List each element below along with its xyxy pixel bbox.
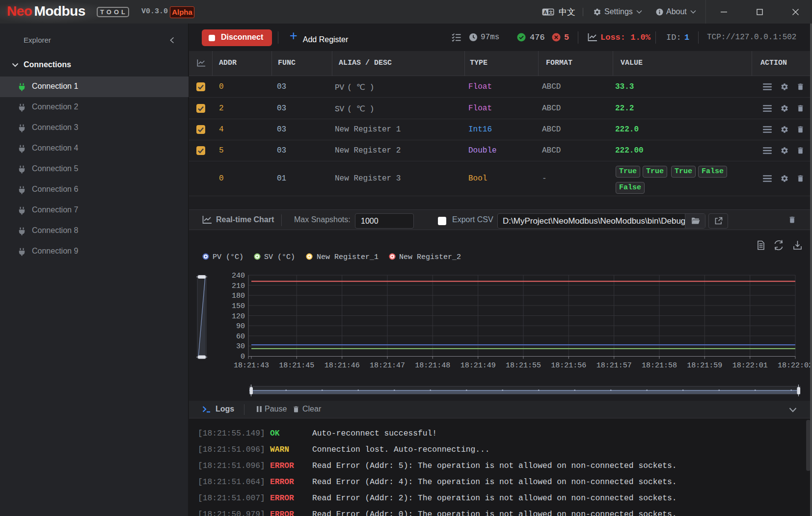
svg-text:18:21:45: 18:21:45	[279, 361, 314, 370]
svg-text:A: A	[543, 9, 547, 15]
svg-text:18:21:43: 18:21:43	[234, 361, 269, 370]
svg-text:18:21:46: 18:21:46	[325, 361, 360, 370]
svg-text:18:21:49: 18:21:49	[460, 361, 496, 370]
svg-text:0: 0	[241, 353, 245, 361]
svg-text:150: 150	[232, 302, 245, 310]
svg-text:18:21:59: 18:21:59	[687, 361, 722, 370]
svg-text:18:21:58: 18:21:58	[642, 361, 677, 370]
svg-text:210: 210	[232, 282, 245, 290]
svg-text:90: 90	[236, 322, 245, 331]
svg-text:180: 180	[232, 292, 245, 300]
svg-text:18:21:55: 18:21:55	[506, 361, 541, 370]
svg-text:18:22:01: 18:22:01	[732, 361, 768, 370]
svg-text:240: 240	[232, 272, 245, 280]
svg-text:18:21:47: 18:21:47	[370, 361, 405, 370]
svg-text:18:21:48: 18:21:48	[415, 361, 450, 370]
svg-text:120: 120	[232, 312, 245, 321]
svg-text:18:22:02: 18:22:02	[778, 361, 812, 370]
svg-text:18:21:57: 18:21:57	[596, 361, 632, 370]
svg-text:18:21:56: 18:21:56	[551, 361, 586, 370]
svg-text:文: 文	[549, 9, 553, 14]
svg-text:60: 60	[236, 333, 245, 341]
svg-text:30: 30	[236, 342, 245, 351]
